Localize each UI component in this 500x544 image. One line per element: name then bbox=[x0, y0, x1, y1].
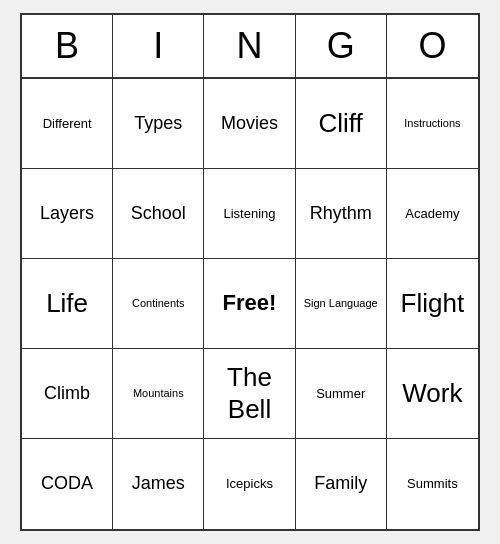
bingo-cell: Sign Language bbox=[296, 259, 387, 349]
bingo-cell: Cliff bbox=[296, 79, 387, 169]
bingo-cell: Free! bbox=[204, 259, 295, 349]
bingo-cell: Icepicks bbox=[204, 439, 295, 529]
bingo-card: BINGO DifferentTypesMoviesCliffInstructi… bbox=[20, 13, 480, 531]
bingo-header: BINGO bbox=[22, 15, 478, 79]
bingo-cell: Layers bbox=[22, 169, 113, 259]
bingo-cell: Climb bbox=[22, 349, 113, 439]
bingo-cell: Academy bbox=[387, 169, 478, 259]
bingo-cell: School bbox=[113, 169, 204, 259]
bingo-cell: Mountains bbox=[113, 349, 204, 439]
header-letter: B bbox=[22, 15, 113, 77]
bingo-cell: Flight bbox=[387, 259, 478, 349]
header-letter: I bbox=[113, 15, 204, 77]
header-letter: O bbox=[387, 15, 478, 77]
bingo-cell: CODA bbox=[22, 439, 113, 529]
bingo-cell: Life bbox=[22, 259, 113, 349]
bingo-cell: Types bbox=[113, 79, 204, 169]
bingo-cell: Different bbox=[22, 79, 113, 169]
header-letter: G bbox=[296, 15, 387, 77]
bingo-cell: Rhythm bbox=[296, 169, 387, 259]
header-letter: N bbox=[204, 15, 295, 77]
bingo-cell: Family bbox=[296, 439, 387, 529]
bingo-grid: DifferentTypesMoviesCliffInstructionsLay… bbox=[22, 79, 478, 529]
bingo-cell: Summer bbox=[296, 349, 387, 439]
bingo-cell: Instructions bbox=[387, 79, 478, 169]
bingo-cell: Continents bbox=[113, 259, 204, 349]
bingo-cell: Listening bbox=[204, 169, 295, 259]
bingo-cell: Movies bbox=[204, 79, 295, 169]
bingo-cell: Work bbox=[387, 349, 478, 439]
bingo-cell: James bbox=[113, 439, 204, 529]
bingo-cell: Summits bbox=[387, 439, 478, 529]
bingo-cell: The Bell bbox=[204, 349, 295, 439]
